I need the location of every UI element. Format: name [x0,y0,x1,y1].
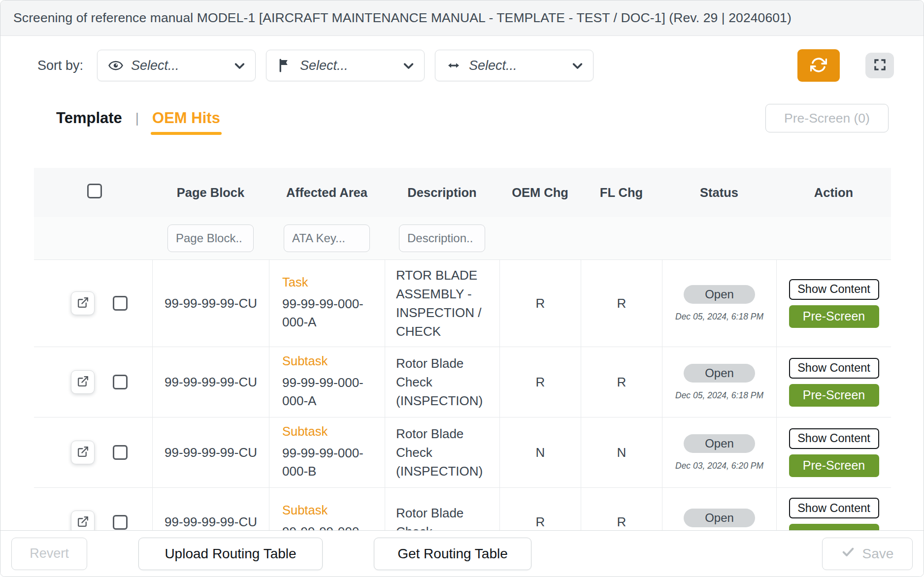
area-type-label[interactable]: Subtask [282,424,328,439]
tab-oem-hits[interactable]: OEM Hits [152,109,220,127]
row-checkbox[interactable] [113,445,128,460]
affected-area-cell: Subtask 99-99-99-000-000-B [269,417,385,487]
area-code: 99-99-99-000-000-A [282,295,373,331]
pre-screen-button[interactable]: Pre-Screen [789,384,879,407]
area-type-label[interactable]: Subtask [282,354,328,368]
action-cell: Show Content Pre-Screen [776,417,891,487]
arrows-horizontal-icon [446,58,461,73]
tabs-row: Template | OEM Hits Pre-Screen (0) [0,101,924,135]
header-status: Status [662,186,776,200]
pre-screen-button[interactable]: Pre-Screen [789,305,879,328]
show-content-button[interactable]: Show Content [789,498,879,518]
table-row: 99-99-99-99-CU Task 99-99-99-000-000-A R… [34,259,891,347]
refresh-button[interactable] [797,49,840,82]
check-icon [841,545,855,562]
row-checkbox[interactable] [113,375,128,389]
select-all-checkbox[interactable] [87,184,102,198]
save-button[interactable]: Save [822,538,913,570]
prescreen-count-button[interactable]: Pre-Screen (0) [765,104,889,132]
sort-dropdown-flag[interactable]: Select... [266,50,425,81]
open-external-button[interactable] [71,291,95,315]
title-bar: Screening of reference manual MODEL-1 [A… [0,0,924,36]
chevron-down-icon [571,59,584,72]
header-affected-area: Affected Area [269,186,385,200]
external-link-icon [77,375,89,389]
sync-icon [810,57,827,75]
status-date: Dec 03, 2024, 6:20 PM [675,461,763,471]
page-block-cell: 99-99-99-99-CU [152,347,269,417]
header-action: Action [776,186,891,200]
pre-screen-button[interactable]: Pre-Screen [789,454,879,477]
fl-chg-cell: R [581,347,662,417]
header-select-cell [34,184,152,201]
open-external-button[interactable] [71,441,95,464]
get-routing-table-button[interactable]: Get Routing Table [374,538,531,570]
open-external-button[interactable] [71,511,95,532]
chevron-down-icon [402,59,415,72]
footer-bar: Revert Upload Routing Table Get Routing … [0,530,924,577]
action-cell: Show Content Pre-Screen [776,347,891,417]
page-title: Screening of reference manual MODEL-1 [A… [13,10,792,26]
area-code: 99-99-99-000-000-A [282,374,373,410]
oem-chg-cell: R [499,347,581,417]
header-page-block: Page Block [152,186,269,200]
upload-routing-table-button[interactable]: Upload Routing Table [138,538,323,570]
tab-template[interactable]: Template [56,109,122,127]
show-content-button[interactable]: Show Content [789,279,879,300]
oem-chg-cell: N [499,417,581,487]
area-type-label[interactable]: Task [282,275,308,289]
external-link-icon [77,296,89,310]
sort-dropdown-range[interactable]: Select... [435,50,594,81]
description-filter-input[interactable] [399,224,485,252]
page-block-cell: 99-99-99-99-CU [152,488,269,531]
status-badge: Open [684,434,755,453]
table-row: 99-99-99-99-CU Subtask 99-99-99-000-000-… [34,417,891,487]
affected-area-cell: Subtask 99-99-99-000- [269,488,385,531]
area-code: 99-99-99-000-000-B [282,444,373,481]
table-row: 99-99-99-99-CU Subtask 99-99-99-000- Rot… [34,487,891,531]
table-row: 99-99-99-99-CU Subtask 99-99-99-000-000-… [34,347,891,417]
status-cell: Open Dec 05, 2024, 6:18 PM [662,260,776,347]
sort-dropdown-visibility-value: Select... [131,58,233,73]
ata-key-filter-input[interactable] [284,224,370,252]
open-external-button[interactable] [71,370,95,394]
description-cell: Rotor Blade Check [385,488,499,531]
description-cell: RTOR BLADE ASSEMBLY - INSPECTION / CHECK [385,260,499,347]
page-block-filter-input[interactable] [167,224,254,252]
show-content-button[interactable]: Show Content [789,428,879,449]
status-badge: Open [684,285,755,304]
sort-dropdown-range-value: Select... [469,58,571,73]
description-cell: Rotor Blade Check (INSPECTION) [385,347,499,417]
status-badge: Open [684,364,755,383]
eye-icon [108,58,123,73]
external-link-icon [77,446,89,459]
tab-separator: | [135,110,139,126]
table-filter-row [34,217,891,259]
show-content-button[interactable]: Show Content [789,358,879,379]
header-oem-chg: OEM Chg [499,186,581,200]
status-badge: Open [684,509,755,527]
revert-button[interactable]: Revert [11,538,87,570]
external-link-icon [77,515,89,529]
status-date: Dec 05, 2024, 6:18 PM [675,312,763,322]
row-checkbox[interactable] [113,515,128,530]
table-header-row: Page Block Affected Area Description OEM… [34,168,891,217]
affected-area-cell: Task 99-99-99-000-000-A [269,260,385,347]
action-cell: Show Content Pre-Screen [776,488,891,531]
header-fl-chg: FL Chg [581,186,662,200]
status-cell: Open Dec 03, 2024, 6:20 PM [662,417,776,487]
flag-icon [277,58,292,73]
fullscreen-button[interactable] [865,53,894,78]
oem-chg-cell: R [499,260,581,347]
fl-chg-cell: N [581,417,662,487]
app-window: Screening of reference manual MODEL-1 [A… [0,0,924,577]
sort-by-label: Sort by: [37,58,83,73]
page-block-cell: 99-99-99-99-CU [152,260,269,347]
save-button-label: Save [862,546,894,562]
description-cell: Rotor Blade Check (INSPECTION) [385,417,499,487]
row-checkbox[interactable] [113,296,128,311]
sort-dropdown-visibility[interactable]: Select... [97,50,256,81]
status-cell: Open Dec 05, 2024, 6:18 PM [662,347,776,417]
fl-chg-cell: R [581,260,662,347]
area-type-label[interactable]: Subtask [282,503,328,517]
